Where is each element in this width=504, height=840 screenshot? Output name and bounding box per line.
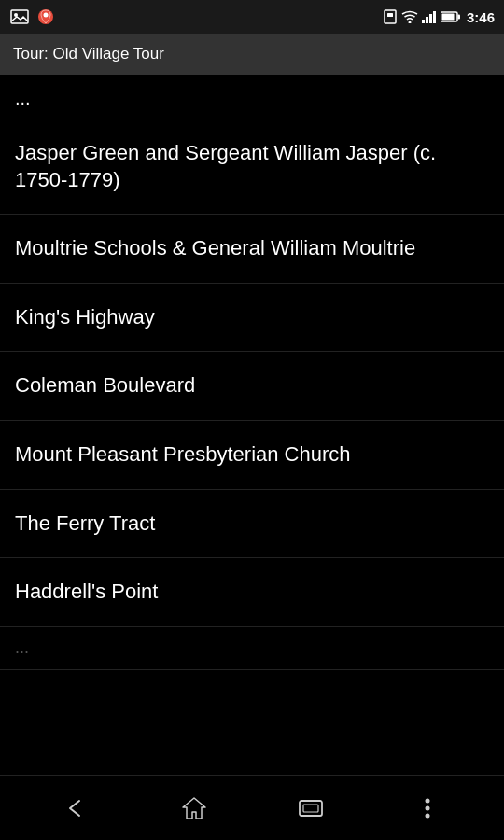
list-item-label: The Ferry Tract [15,511,155,535]
app-title: Tour: Old Village Tour [13,45,164,63]
svg-rect-13 [457,15,460,20]
battery-icon [441,11,461,22]
svg-rect-10 [433,11,436,23]
maps-icon [35,7,56,27]
menu-button[interactable] [399,785,455,832]
nav-bar [0,775,504,840]
list-item[interactable]: Mount Pleasant Presbyterian Church [0,421,504,490]
list-item-label: Haddrell's Point [15,580,158,603]
back-button[interactable] [49,785,105,832]
svg-rect-12 [441,14,454,21]
sim-icon [383,9,398,24]
list-item[interactable]: Moultrie Schools & General William Moult… [0,215,504,284]
list-item-label: King's Highway [15,305,155,329]
status-bar: 3:46 [0,0,504,34]
ellipsis-bottom: ... [0,627,504,670]
status-icons [383,9,461,24]
home-button[interactable] [166,785,222,832]
list-item[interactable]: Haddrell's Point [0,558,504,627]
svg-marker-14 [183,798,205,819]
svg-rect-9 [429,14,432,23]
list-item[interactable]: Coleman Boulevard [0,352,504,421]
list-container: ... Jasper Green and Sergeant William Ja… [0,75,504,775]
svg-point-17 [425,798,429,803]
recents-button[interactable] [283,785,339,832]
svg-point-3 [44,13,49,18]
svg-rect-8 [426,17,428,23]
svg-rect-0 [11,10,28,23]
time-display: 3:46 [467,9,495,25]
svg-point-18 [425,805,429,810]
ellipsis-top: ... [0,75,504,119]
svg-point-6 [408,21,411,24]
gallery-icon [9,7,30,27]
status-bar-left [9,7,56,27]
list-item-label: Jasper Green and Sergeant William Jasper… [15,141,436,191]
list-item[interactable]: The Ferry Tract [0,490,504,559]
list-item[interactable]: King's Highway [0,284,504,353]
wifi-icon [401,10,418,23]
list-item-label: Moultrie Schools & General William Moult… [15,236,415,259]
list-item-label: Coleman Boulevard [15,373,195,397]
svg-rect-7 [422,20,425,23]
list-item[interactable]: Jasper Green and Sergeant William Jasper… [0,119,504,215]
svg-point-19 [425,813,429,818]
app-title-bar: Tour: Old Village Tour [0,34,504,75]
signal-icon [422,10,437,23]
svg-rect-16 [303,805,318,812]
svg-rect-5 [387,13,393,17]
list-item-label: Mount Pleasant Presbyterian Church [15,442,351,466]
status-bar-right: 3:46 [383,9,495,25]
